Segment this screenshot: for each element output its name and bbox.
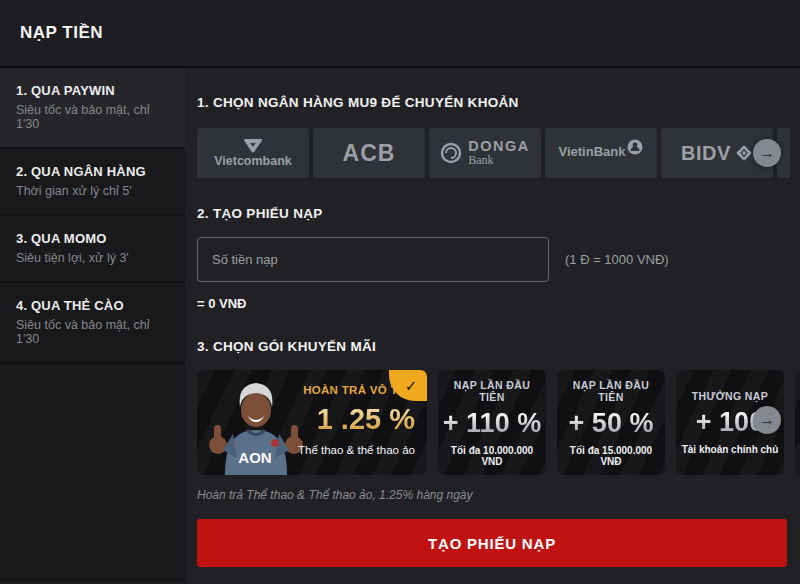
- deposit-amount-input[interactable]: [197, 237, 549, 282]
- promo-caption: Thể thao & thể thao ảo: [285, 444, 415, 456]
- bank-next-button[interactable]: →: [753, 139, 781, 167]
- bank-label: BIDV: [681, 142, 731, 165]
- bank-label: VietinBank: [559, 144, 626, 159]
- bank-label: ACB: [343, 140, 396, 167]
- sidebar-item-bank[interactable]: 2. QUA NGÂN HÀNG Thời gian xử lý chỉ 5': [0, 149, 185, 216]
- bank-tile-vietcombank[interactable]: Vietcombank: [197, 128, 309, 178]
- donga-logo-icon: [440, 142, 462, 164]
- bank-label: Vietcombank: [214, 154, 292, 168]
- promo-value: 1 .25 %: [285, 403, 415, 436]
- deposit-content: 1. CHỌN NGÂN HÀNG MU9 ĐỂ CHUYỂN KHOẢN Vi…: [185, 68, 800, 582]
- page-header: NẠP TIỀN: [0, 0, 800, 68]
- promo-card-first-deposit-110[interactable]: NẠP LẦN ĐẦU TIÊN + 110 % Tối đa 10.000.0…: [438, 370, 546, 475]
- promo-footnote: Hoàn trả Thể thao & Thể thao ảo, 1.25% h…: [197, 488, 787, 502]
- promo-next-button[interactable]: →: [753, 406, 781, 434]
- sidebar-item-subtitle: Siêu tốc và bảo mật, chỉ 1'30: [16, 318, 169, 346]
- bank-strip: Vietcombank ACB DONGA Bank Vi: [197, 128, 790, 178]
- promo-caption: Tối đa 10.000.000 VND: [440, 445, 544, 467]
- sidebar-item-subtitle: Siêu tiện lợi, xử lý 3': [16, 251, 169, 265]
- promo-value: + 50 %: [569, 408, 654, 439]
- arrow-right-icon: →: [759, 144, 775, 162]
- bank-tile-acb[interactable]: ACB: [313, 128, 425, 178]
- check-icon: ✓: [405, 377, 418, 395]
- deposit-section-heading: 2. TẠO PHIẾU NẠP: [197, 206, 787, 221]
- converted-amount: = 0 VNĐ: [197, 296, 787, 311]
- bank-carousel: Vietcombank ACB DONGA Bank Vi: [197, 128, 800, 178]
- vietcombank-logo-icon: [243, 138, 263, 153]
- vietinbank-logo-icon: [627, 139, 643, 155]
- bank-label-2: Bank: [468, 154, 529, 167]
- sidebar-item-momo[interactable]: 3. QUA MOMO Siêu tiện lợi, xử lý 3': [0, 216, 185, 283]
- bank-label: DONGA: [468, 139, 529, 154]
- create-deposit-slip-button[interactable]: TẠO PHIẾU NẠP: [197, 519, 787, 567]
- promo-card-first-deposit-50[interactable]: NẠP LẦN ĐẦU TIÊN + 50 % Tối đa 15.000.00…: [557, 370, 665, 475]
- sidebar-item-title: 2. QUA NGÂN HÀNG: [16, 164, 169, 179]
- promo-caption: Tối đa 15.000.000 VNĐ: [559, 445, 663, 467]
- promo-card-partial[interactable]: [795, 370, 800, 475]
- promo-section-heading: 3. CHỌN GÓI KHUYẾN MÃI: [197, 339, 787, 354]
- promo-card-cashback[interactable]: AON HOÀN TRẢ VÔ TẬN 1 .25 % Thể thao & t…: [197, 370, 427, 475]
- promo-title: THƯỞNG NẠP: [692, 390, 769, 402]
- amount-row: (1 Đ = 1000 VNĐ): [197, 237, 787, 282]
- promo-caption: Tài khoản chính chủ: [682, 444, 779, 455]
- sidebar-item-title: 4. QUA THẺ CÀO: [16, 298, 169, 313]
- main-layout: 1. QUA PAYWIN Siêu tốc và bảo mật, chỉ 1…: [0, 68, 800, 582]
- sidebar-item-title: 3. QUA MOMO: [16, 231, 169, 246]
- sidebar-item-scratchcard[interactable]: 4. QUA THẺ CÀO Siêu tốc và bảo mật, chỉ …: [0, 283, 185, 364]
- deposit-methods-sidebar: 1. QUA PAYWIN Siêu tốc và bảo mật, chỉ 1…: [0, 68, 185, 582]
- promo-title: NẠP LẦN ĐẦU TIÊN: [559, 379, 663, 403]
- promo-title: NẠP LẦN ĐẦU TIÊN: [440, 379, 544, 403]
- promo-carousel: AON HOÀN TRẢ VÔ TẬN 1 .25 % Thể thao & t…: [197, 370, 800, 476]
- exchange-rate-note: (1 Đ = 1000 VNĐ): [565, 252, 669, 267]
- bank-tile-vietinbank[interactable]: VietinBank: [545, 128, 657, 178]
- promo-value: + 110 %: [443, 408, 541, 439]
- bank-tile-donga[interactable]: DONGA Bank: [429, 128, 541, 178]
- arrow-right-icon: →: [759, 411, 775, 429]
- page-title: NẠP TIỀN: [20, 23, 103, 43]
- promo-card-text: HOÀN TRẢ VÔ TẬN 1 .25 % Thể thao & thể t…: [285, 384, 415, 456]
- svg-text:AON: AON: [238, 449, 271, 466]
- bidv-logo-icon: [735, 144, 753, 162]
- sidebar-item-subtitle: Thời gian xử lý chỉ 5': [16, 184, 169, 198]
- sidebar-item-subtitle: Siêu tốc và bảo mật, chỉ 1'30: [16, 103, 169, 131]
- sidebar-item-title: 1. QUA PAYWIN: [16, 83, 169, 98]
- bank-section-heading: 1. CHỌN NGÂN HÀNG MU9 ĐỂ CHUYỂN KHOẢN: [197, 95, 787, 110]
- promo-strip: AON HOÀN TRẢ VÔ TẬN 1 .25 % Thể thao & t…: [197, 370, 800, 476]
- sidebar-item-paywin[interactable]: 1. QUA PAYWIN Siêu tốc và bảo mật, chỉ 1…: [0, 68, 185, 149]
